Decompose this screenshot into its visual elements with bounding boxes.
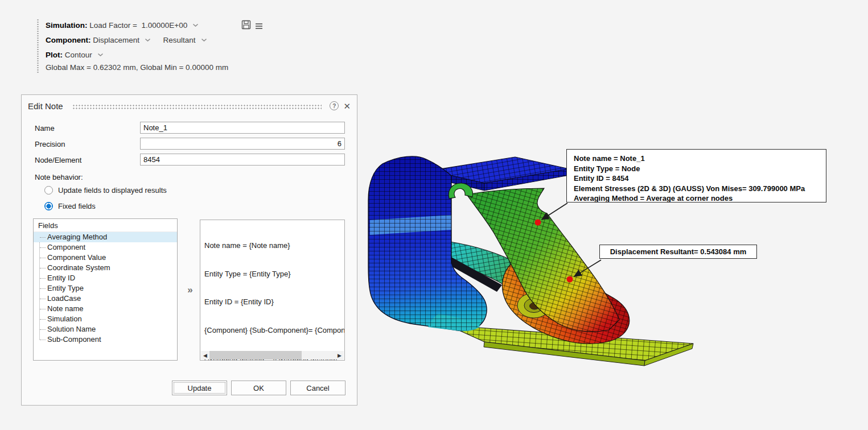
note2-text: Displacement Resultant= 0.543084 mm	[610, 247, 747, 256]
subcomponent-dropdown-chevron-icon[interactable]	[201, 21, 214, 59]
field-item-averaging-method[interactable]: Averaging Method	[34, 232, 177, 242]
note1-line: Element Stresses (2D & 3D) (GAUSS) Von M…	[574, 184, 826, 194]
horizontal-scrollbar[interactable]: ◀ ▶	[201, 351, 344, 359]
dialog-titlebar: Edit Note ? ✕	[22, 95, 357, 117]
note-annotation-note1[interactable]: Note name = Note_1 Entity Type = Node En…	[566, 149, 826, 202]
precision-input[interactable]	[140, 138, 345, 150]
save-icon[interactable]	[241, 20, 251, 32]
field-item-loadcase[interactable]: LoadCase	[34, 293, 177, 304]
dialog-title: Edit Note	[28, 101, 63, 111]
radio-fixed-fields-label: Fixed fields	[58, 202, 96, 210]
note-annotation-displacement[interactable]: Displacement Resultant= 0.543084 mm	[599, 245, 757, 259]
close-icon[interactable]: ✕	[343, 102, 351, 110]
template-line: Note name = {Note name}	[204, 241, 344, 251]
global-minmax-text: Global Max = 0.62302 mm, Global Min = 0.…	[46, 63, 228, 72]
precision-label: Precision	[35, 140, 65, 148]
model-viewport[interactable]: Note name = Note_1 Entity Type = Node En…	[359, 80, 868, 430]
field-item-simulation[interactable]: Simulation	[34, 314, 177, 324]
scroll-left-icon[interactable]: ◀	[201, 351, 209, 359]
ok-button[interactable]: OK	[231, 381, 286, 395]
note1-line: Averaging Method = Average at corner nod…	[574, 193, 826, 202]
plot-value[interactable]: Contour	[65, 51, 92, 59]
scrollbar-thumb[interactable]	[209, 351, 302, 359]
radio-update-fields-label: Update fields to displayed results	[58, 186, 167, 195]
application-window: Simulation: Load Factor = 1.00000E+00 Co…	[0, 0, 868, 430]
field-item-solution-name[interactable]: Solution Name	[34, 324, 177, 334]
field-item-entity-type[interactable]: Entity Type	[34, 283, 177, 293]
radio-selected-icon[interactable]	[44, 202, 53, 210]
radio-unselected-icon[interactable]	[44, 186, 53, 195]
template-line: {Component} {Sub-Component}= {Component …	[204, 326, 344, 336]
radio-update-fields[interactable]: Update fields to displayed results	[44, 186, 167, 195]
fields-tree-root: Fields	[34, 219, 177, 232]
node-element-label: Node/Element	[35, 156, 81, 164]
radio-fixed-fields[interactable]: Fixed fields	[44, 202, 96, 210]
note-behavior-label: Note behavior:	[35, 173, 83, 181]
note1-line: Entity Type = Node	[574, 164, 826, 174]
name-input[interactable]	[140, 122, 345, 134]
simulation-label: Simulation:	[46, 21, 88, 30]
info-panel-drag-handle[interactable]	[36, 19, 39, 73]
template-line: Entity ID = {Entity ID}	[204, 297, 344, 307]
note1-marker-dot	[535, 220, 541, 226]
cancel-button[interactable]: Cancel	[290, 381, 345, 395]
component-dropdown-chevron-icon[interactable]	[145, 21, 158, 59]
component-secondary-value[interactable]: Resultant	[163, 36, 196, 44]
field-item-note-name[interactable]: Note name	[34, 304, 177, 314]
name-label: Name	[35, 124, 55, 133]
update-button[interactable]: Update	[172, 381, 227, 395]
component-row: Component: Displacement Resultant	[46, 35, 213, 45]
plot-label: Plot:	[46, 51, 63, 59]
edit-note-dialog: Edit Note ? ✕ Name Precision Node/Elemen…	[21, 94, 357, 406]
dialog-drag-handle[interactable]	[72, 104, 322, 109]
field-item-coordinate-system[interactable]: Coordinate System	[34, 263, 177, 273]
simulation-value[interactable]: Load Factor = 1.00000E+00	[89, 21, 187, 30]
scroll-right-icon[interactable]: ▶	[335, 351, 344, 359]
note1-leader-arrow	[542, 203, 567, 220]
note-template-editor[interactable]: Note name = {Note name} Entity Type = {E…	[200, 220, 345, 361]
help-icon[interactable]: ?	[330, 101, 339, 110]
field-item-entity-id[interactable]: Entity ID	[34, 273, 177, 283]
note1-line: Note name = Note_1	[574, 154, 826, 164]
note1-line: Entity ID = 8454	[574, 173, 826, 184]
field-item-component-value[interactable]: Component Value	[34, 253, 177, 263]
global-minmax-row: Global Max = 0.62302 mm, Global Min = 0.…	[46, 63, 228, 72]
node-element-input[interactable]	[140, 154, 345, 166]
plot-row: Plot: Contour	[46, 50, 110, 60]
menu-icon[interactable]	[255, 22, 263, 32]
note2-marker-dot	[567, 276, 573, 283]
template-line: Entity Type = {Entity Type}	[204, 270, 344, 279]
simulation-row: Simulation: Load Factor = 1.00000E+00	[46, 20, 205, 30]
field-item-component[interactable]: Component	[34, 242, 177, 253]
component-label: Component:	[46, 36, 90, 44]
field-item-sub-component[interactable]: Sub-Component	[34, 334, 177, 345]
insert-field-button[interactable]: »	[183, 283, 198, 297]
fields-tree[interactable]: Fields Averaging Method Component Compon…	[33, 218, 178, 361]
